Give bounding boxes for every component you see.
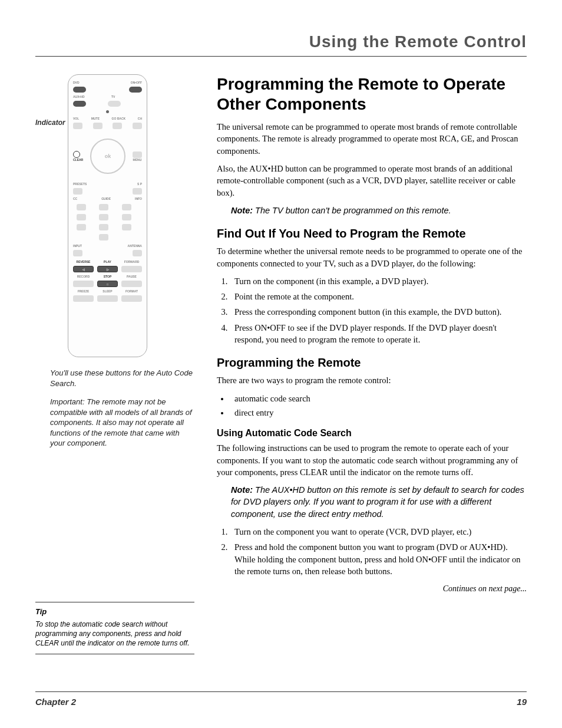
remote-tv-button bbox=[108, 101, 121, 107]
note-text-2: The AUX•HD button on this remote is set … bbox=[231, 485, 524, 519]
remote-label-mute: MUTE bbox=[91, 117, 100, 120]
findout-step-1: Turn on the component (in this example, … bbox=[230, 275, 527, 287]
remote-play-button: ▷ bbox=[97, 266, 118, 272]
remote-vol-button bbox=[73, 123, 82, 129]
tip-body: To stop the automatic code search withou… bbox=[35, 620, 194, 648]
remote-label-cc: CC bbox=[73, 197, 77, 200]
remote-label-dvd: DVD bbox=[73, 81, 80, 84]
remote-reverse-button: ◁ bbox=[73, 266, 94, 272]
remote-sp-button bbox=[133, 188, 142, 195]
remote-num-3 bbox=[122, 204, 131, 210]
tip-box: Tip To stop the automatic code search wi… bbox=[35, 602, 194, 655]
remote-record-button bbox=[73, 281, 94, 287]
note-auxhd: Note: The AUX•HD button on this remote i… bbox=[231, 484, 527, 520]
remote-freeze-button bbox=[73, 295, 94, 302]
remote-illustration: DVDON•OFF AUX•HDTV VOL MUTE GO BACK CH C… bbox=[68, 74, 147, 357]
page-title: Programming the Remote to Operate Other … bbox=[217, 74, 527, 114]
remote-label-stop: STOP bbox=[97, 275, 118, 278]
remote-label-antenna: ANTENNA bbox=[128, 244, 142, 248]
remote-presets-button bbox=[73, 188, 82, 195]
remote-sleep-button bbox=[97, 295, 118, 302]
remote-ok-dpad: ok bbox=[90, 139, 125, 174]
remote-forward-button bbox=[121, 266, 142, 272]
footer-page-number: 19 bbox=[517, 697, 527, 707]
note-tv-button: Note: The TV button can't be programmed … bbox=[231, 205, 527, 216]
heading-programming: Programming the Remote bbox=[217, 356, 527, 370]
remote-num-6 bbox=[122, 214, 131, 220]
intro-para-2: Also, the AUX•HD button can be programme… bbox=[217, 163, 527, 199]
chapter-header: Using the Remote Control bbox=[35, 32, 527, 57]
remote-num-2 bbox=[99, 204, 108, 210]
auto-steps: Turn on the component you want to operat… bbox=[230, 526, 527, 577]
tip-heading: Tip bbox=[35, 607, 194, 616]
remote-num-4 bbox=[77, 214, 86, 220]
remote-input-button bbox=[73, 250, 82, 256]
remote-num-5 bbox=[99, 214, 108, 220]
remote-goback-button bbox=[113, 123, 122, 129]
remote-dvd-button bbox=[73, 87, 86, 93]
remote-num-8 bbox=[99, 224, 108, 230]
remote-label-input: INPUT bbox=[73, 244, 82, 248]
remote-label-vol: VOL bbox=[73, 117, 79, 120]
remote-stop-button: □ bbox=[97, 281, 118, 287]
remote-antenna-button bbox=[133, 250, 142, 256]
remote-label-freeze: FREEZE bbox=[73, 289, 94, 293]
heading-auto-search: Using Automatic Code Search bbox=[217, 428, 527, 439]
heading-findout: Find Out If You Need to Program the Remo… bbox=[217, 227, 527, 241]
auto-step-1: Turn on the component you want to operat… bbox=[230, 526, 527, 538]
findout-step-3: Press the corresponding component button… bbox=[230, 306, 527, 318]
remote-num-9 bbox=[122, 224, 131, 230]
remote-label-info: INFO bbox=[135, 197, 142, 200]
method-auto: automatic code search bbox=[230, 393, 527, 404]
continues-note: Continues on next page... bbox=[217, 584, 527, 594]
sidebar: Indicator DVDON•OFF AUX•HDTV VOL MUTE GO… bbox=[35, 74, 200, 654]
remote-label-forward: FORWARD bbox=[121, 260, 142, 263]
remote-label-onoff: ON•OFF bbox=[131, 81, 142, 84]
indicator-callout-label: Indicator bbox=[35, 118, 65, 127]
remote-label-play: PLAY bbox=[97, 260, 118, 263]
remote-menu-button bbox=[133, 151, 142, 158]
remote-label-record: RECORD bbox=[73, 275, 94, 278]
remote-label-pause: PAUSE bbox=[121, 275, 142, 278]
auto-intro: The following instructions can be used t… bbox=[217, 442, 527, 478]
remote-label-menu: MENU bbox=[133, 158, 142, 162]
remote-label-goback: GO BACK bbox=[112, 117, 126, 120]
findout-intro: To determine whether the universal remot… bbox=[217, 245, 527, 269]
remote-indicator-led bbox=[106, 110, 109, 113]
remote-clear-button bbox=[73, 151, 80, 158]
remote-label-clear: CLEAR bbox=[73, 158, 83, 162]
findout-step-4: Press ON•OFF to see if the DVD player re… bbox=[230, 322, 527, 346]
findout-step-2: Point the remote at the component. bbox=[230, 291, 527, 302]
remote-pause-button bbox=[121, 281, 142, 287]
remote-label-ok: ok bbox=[105, 153, 111, 159]
intro-para-1: The universal remote can be programmed t… bbox=[217, 121, 527, 157]
remote-onoff-button bbox=[129, 87, 142, 93]
note-text: The TV button can't be programmed on thi… bbox=[253, 206, 451, 215]
remote-num-7 bbox=[77, 224, 86, 230]
programming-intro: There are two ways to program the remote… bbox=[217, 374, 527, 386]
main-content: Programming the Remote to Operate Other … bbox=[217, 74, 527, 654]
remote-mute-button bbox=[93, 123, 103, 129]
remote-ch-button bbox=[133, 123, 142, 129]
remote-label-sleep: SLEEP bbox=[97, 289, 118, 293]
remote-label-auxhd: AUX•HD bbox=[73, 95, 85, 98]
remote-label-presets: PRESETS bbox=[73, 182, 87, 186]
remote-auxhd-button bbox=[73, 101, 86, 107]
remote-format-button bbox=[121, 295, 142, 302]
method-direct: direct entry bbox=[230, 407, 527, 419]
findout-steps: Turn on the component (in this example, … bbox=[230, 275, 527, 345]
remote-label-reverse: REVERSE bbox=[73, 260, 94, 263]
remote-num-0 bbox=[99, 234, 108, 241]
auto-step-2: Press and hold the component button you … bbox=[230, 541, 527, 577]
remote-num-1 bbox=[77, 204, 86, 210]
footer-chapter: Chapter 2 bbox=[35, 697, 76, 707]
remote-label-format: FORMAT bbox=[121, 289, 142, 293]
sidebar-caption-important: Important: The remote may not be compati… bbox=[50, 397, 194, 449]
programming-methods-list: automatic code search direct entry bbox=[230, 393, 527, 419]
page-footer: Chapter 2 19 bbox=[35, 691, 527, 707]
note-label: Note: bbox=[231, 206, 253, 215]
remote-label-tv: TV bbox=[111, 95, 115, 98]
note-label-2: Note: bbox=[231, 485, 253, 495]
sidebar-caption-usage: You'll use these buttons for the Auto Co… bbox=[50, 368, 194, 388]
remote-label-sp: S P bbox=[137, 182, 142, 186]
